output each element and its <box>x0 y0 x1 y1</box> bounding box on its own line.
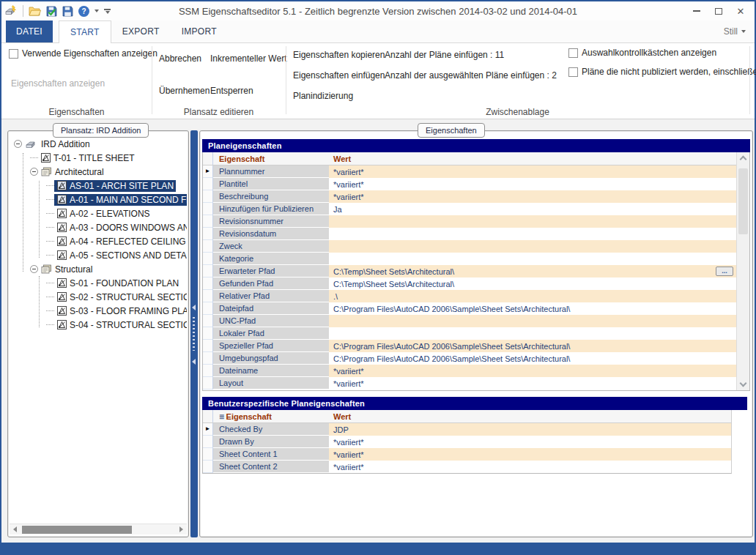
property-value-cell[interactable] <box>329 215 736 228</box>
property-name-cell[interactable]: Drawn By <box>213 436 329 448</box>
property-value-cell[interactable]: *variiert* <box>329 165 736 178</box>
column-header-eigenschaft[interactable]: ≣Eigenschaft <box>213 410 329 422</box>
property-name-cell[interactable]: Dateiname <box>213 365 329 377</box>
property-row[interactable]: Plantitel*variiert* <box>203 178 749 190</box>
property-value-cell[interactable]: *variiert* <box>329 190 736 203</box>
uebernehmen-button[interactable]: Übernhemen <box>159 86 210 96</box>
property-row[interactable]: Drawn By*variiert* <box>203 436 731 448</box>
property-value-cell[interactable]: *variiert* <box>329 461 731 473</box>
property-name-cell[interactable]: Zweck <box>213 240 329 253</box>
planindizierung-button[interactable]: Planindizierung <box>293 91 353 101</box>
property-name-cell[interactable]: Erwarteter Pfad <box>213 265 329 278</box>
entsperren-button[interactable]: Entsperren <box>210 86 253 96</box>
property-name-cell[interactable]: Layout <box>213 377 329 390</box>
tree-item[interactable]: S-04 - STRUCTURAL SECTIO <box>10 318 187 332</box>
checkbox-auswahlkontrollkaestchen[interactable]: Auswahlkontrollkästchen anzeigen <box>568 48 716 58</box>
tree-item[interactable]: A-05 - SECTIONS AND DETAIL <box>10 248 187 262</box>
eigenschaften-einfuegen-button[interactable]: Eigenschaften einfügen <box>293 70 385 81</box>
property-name-cell[interactable]: Hinzufügen für Publizieren <box>213 203 329 215</box>
property-row[interactable]: Sheet Content 2*variiert* <box>203 461 731 473</box>
property-value-cell[interactable] <box>329 315 736 327</box>
tree-item[interactable]: S-02 - STRUCTURAL SECTIO <box>10 290 187 304</box>
property-row[interactable]: Erwarteter PfadC:\Temp\Sheet Sets\Archit… <box>203 265 749 278</box>
property-value-cell[interactable]: *variiert* <box>329 365 736 377</box>
help-icon[interactable]: ? <box>78 6 89 17</box>
eigenschaften-kopieren-button[interactable]: Eigenschaften kopieren <box>293 50 385 60</box>
property-value-cell[interactable] <box>329 228 736 240</box>
property-value-cell[interactable]: C:\Program Files\AutoCAD 2006\Sample\She… <box>329 302 736 315</box>
close-button[interactable]: ✕ <box>733 4 749 18</box>
property-row[interactable]: Sheet Content 1*variiert* <box>203 448 731 461</box>
save-check-icon[interactable] <box>46 6 57 17</box>
property-row[interactable]: Lokaler Pfad <box>203 327 749 340</box>
property-value-cell[interactable]: JDP <box>329 423 731 436</box>
property-name-cell[interactable]: Plantitel <box>213 178 329 190</box>
property-value-cell[interactable]: C:\Program Files\AutoCAD 2006\Sample\She… <box>329 340 736 352</box>
property-name-cell[interactable]: Kategorie <box>213 253 329 265</box>
tree-item[interactable]: IRD Addition <box>10 137 187 151</box>
property-row[interactable]: Dateiname*variiert* <box>203 365 749 377</box>
minimize-button[interactable] <box>689 4 705 18</box>
tree-item[interactable]: AS-01 - ARCH SITE PLAN <box>10 179 187 193</box>
property-value-cell[interactable]: *variiert* <box>329 436 731 448</box>
property-value-cell[interactable] <box>329 327 736 340</box>
browse-ellipsis-button[interactable]: ... <box>716 267 733 276</box>
property-row[interactable]: Revisionsdatum <box>203 228 749 240</box>
tab-export[interactable]: EXPORT <box>111 21 171 42</box>
property-value-cell[interactable]: C:\Temp\Sheet Sets\Architectural\ <box>329 278 736 290</box>
inkrementeller-wert-button[interactable]: Inkrementeller Wert <box>210 53 286 64</box>
panel-splitter[interactable] <box>190 130 198 537</box>
property-name-cell[interactable]: Gefunden Pfad <box>213 278 329 290</box>
property-name-cell[interactable]: Relativer Pfad <box>213 290 329 302</box>
tab-datei[interactable]: DATEI <box>6 21 53 42</box>
property-row[interactable]: Layout*variiert* <box>203 377 749 390</box>
tree-expander-icon[interactable] <box>30 168 38 176</box>
open-folder-icon[interactable] <box>29 6 41 16</box>
property-value-cell[interactable]: .\ <box>329 290 736 302</box>
tree-item[interactable]: S-03 - FLOOR FRAMING PLAN <box>10 304 187 318</box>
tree-item[interactable]: A-04 - REFLECTED CEILING P <box>10 234 187 248</box>
scroll-down-icon[interactable] <box>740 380 747 387</box>
maximize-button[interactable] <box>711 4 727 18</box>
column-header-wert[interactable]: Wert <box>329 410 731 422</box>
tab-start[interactable]: START <box>59 21 111 43</box>
property-name-cell[interactable]: Sheet Content 2 <box>213 461 329 473</box>
properties-tab[interactable]: Eigenschaften <box>418 123 485 138</box>
column-header-eigenschaft[interactable]: Eigenschaft <box>213 152 329 165</box>
tree-expander-icon[interactable] <box>30 265 38 273</box>
scroll-left-icon[interactable] <box>10 524 21 534</box>
property-value-cell[interactable] <box>329 253 736 265</box>
property-row[interactable]: Relativer Pfad.\ <box>203 290 749 302</box>
checkbox-plaene-nicht-publiziert[interactable]: Pläne die nicht publiziert werden, einsc… <box>568 67 756 77</box>
property-name-cell[interactable]: UNC-Pfad <box>213 315 329 327</box>
property-row[interactable]: ►Checked ByJDP <box>203 423 731 436</box>
property-row[interactable]: UmgebungspfadC:\Program Files\AutoCAD 20… <box>203 352 749 365</box>
property-row[interactable]: ►Plannummer*variiert* <box>203 165 749 178</box>
tree-item[interactable]: A-03 - DOORS WINDOWS AND <box>10 220 187 234</box>
property-name-cell[interactable]: Revisionsnummer <box>213 215 329 228</box>
property-row[interactable]: Kategorie <box>203 253 749 265</box>
scroll-right-icon[interactable] <box>176 524 187 534</box>
property-row[interactable]: DateipfadC:\Program Files\AutoCAD 2006\S… <box>203 302 749 315</box>
property-value-cell[interactable]: *variiert* <box>329 178 736 190</box>
property-name-cell[interactable]: Sheet Content 1 <box>213 448 329 461</box>
tree-horizontal-scrollbar[interactable] <box>10 524 187 534</box>
property-row[interactable]: Spezieller PfadC:\Program Files\AutoCAD … <box>203 340 749 352</box>
column-header-wert[interactable]: Wert <box>329 152 736 165</box>
abbrechen-button[interactable]: Abbrechen <box>159 53 201 64</box>
property-value-cell[interactable] <box>329 240 736 253</box>
scrollbar-thumb[interactable] <box>738 168 748 234</box>
sheet-set-tab[interactable]: Plansatz: IRD Addition <box>53 123 149 138</box>
property-value-cell[interactable]: C:\Program Files\AutoCAD 2006\Sample\She… <box>329 352 736 365</box>
property-row[interactable]: UNC-Pfad <box>203 315 749 327</box>
tree-item[interactable]: S-01 - FOUNDATION PLAN <box>10 276 187 290</box>
checkbox-verwende-eigenschaften[interactable]: Verwende Eigenschaften anzeigen <box>9 48 158 59</box>
tree-item[interactable]: Structural <box>10 262 187 276</box>
property-name-cell[interactable]: Beschreibung <box>213 190 329 203</box>
property-name-cell[interactable]: Spezieller Pfad <box>213 340 329 352</box>
tab-import[interactable]: IMPORT <box>171 21 228 42</box>
scrollbar-thumb[interactable] <box>22 526 132 534</box>
property-value-cell[interactable]: Ja <box>329 203 736 215</box>
tree-item[interactable]: A-02 - ELEVATIONS <box>10 206 187 220</box>
scroll-up-icon[interactable] <box>740 156 747 163</box>
